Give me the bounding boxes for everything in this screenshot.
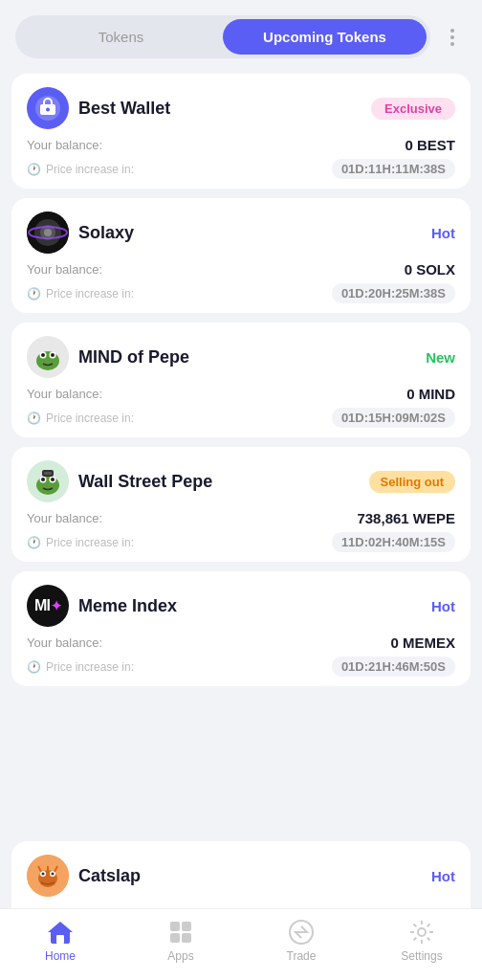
- balance-value: 0 MIND: [406, 386, 455, 402]
- token-badge-best-wallet: Exclusive: [371, 98, 455, 120]
- token-name-meme-index: Meme Index: [78, 596, 177, 616]
- bottom-nav: Home Apps Trade Settings: [0, 908, 482, 980]
- svg-rect-31: [182, 922, 191, 931]
- nav-item-home[interactable]: Home: [32, 919, 89, 963]
- tab-upcoming-tokens[interactable]: Upcoming Tokens: [223, 19, 427, 55]
- token-balance-row: Your balance: 0 MEMEX: [27, 633, 455, 653]
- dot-3: [450, 42, 454, 46]
- nav-item-apps[interactable]: Apps: [152, 919, 209, 963]
- clock-icon: 🕐: [27, 287, 41, 301]
- balance-value: 0 SOLX: [405, 261, 455, 278]
- dot-2: [450, 35, 454, 39]
- token-left: Catslap: [27, 855, 141, 897]
- token-price-row: 🕐 Price increase in: 01D:20H:25M:38S: [27, 283, 455, 303]
- nav-label-apps: Apps: [167, 949, 193, 963]
- token-icon-meme-index: MI ✦: [27, 585, 69, 627]
- token-left: MI ✦ Meme Index: [27, 585, 177, 627]
- token-card-wall-street-pepe[interactable]: Wall Street Pepe Selling out Your balanc…: [11, 447, 471, 562]
- token-icon-catslap: [27, 855, 69, 897]
- svg-point-19: [51, 478, 55, 481]
- svg-rect-21: [44, 472, 52, 475]
- svg-rect-30: [170, 922, 180, 931]
- countdown-value: 01D:21H:46M:50S: [332, 657, 455, 677]
- clock-icon: 🕐: [27, 163, 41, 176]
- svg-point-18: [41, 478, 45, 481]
- more-options-button[interactable]: [438, 23, 467, 52]
- apps-icon: [167, 919, 194, 946]
- balance-label: Your balance:: [27, 138, 102, 152]
- svg-rect-29: [56, 935, 64, 944]
- countdown-value: 01D:11H:11M:38S: [332, 159, 455, 179]
- price-label: 🕐 Price increase in:: [27, 660, 134, 674]
- token-header: Catslap Hot: [27, 855, 455, 897]
- clock-icon: 🕐: [27, 412, 41, 425]
- countdown-value: 11D:02H:40M:15S: [332, 532, 455, 552]
- token-price-row: 🕐 Price increase in: 01D:11H:11M:38S: [27, 159, 455, 179]
- trade-icon: [288, 919, 315, 946]
- svg-point-13: [51, 353, 55, 357]
- svg-point-35: [418, 928, 426, 936]
- tab-bar: Tokens Upcoming Tokens: [0, 0, 482, 66]
- token-badge-solaxy: Hot: [431, 225, 455, 241]
- svg-point-12: [41, 353, 45, 357]
- token-price-row: 🕐 Price increase in: 11D:02H:40M:15S: [27, 532, 455, 552]
- token-name-catslap: Catslap: [78, 866, 141, 886]
- nav-label-trade: Trade: [287, 949, 317, 963]
- svg-rect-32: [170, 933, 180, 943]
- token-card-catslap-partial[interactable]: Catslap Hot: [11, 841, 471, 908]
- price-label: 🕐 Price increase in:: [27, 163, 134, 176]
- countdown-value: 01D:15H:09M:02S: [332, 408, 455, 428]
- token-left: Solaxy: [27, 212, 134, 254]
- balance-value: 738,861 WEPE: [357, 510, 455, 526]
- token-balance-row: Your balance: 0 BEST: [27, 135, 455, 155]
- token-header: Wall Street Pepe Selling out: [27, 460, 455, 502]
- svg-point-26: [42, 873, 45, 876]
- clock-icon: 🕐: [27, 660, 41, 674]
- svg-point-15: [36, 476, 59, 495]
- token-header: Solaxy Hot: [27, 212, 455, 254]
- token-badge-wall-street-pepe: Selling out: [369, 471, 455, 493]
- balance-value: 0 MEMEX: [390, 635, 455, 651]
- balance-label: Your balance:: [27, 511, 102, 525]
- token-card-best-wallet[interactable]: Best Wallet Exclusive Your balance: 0 BE…: [11, 74, 471, 189]
- svg-rect-33: [182, 933, 191, 943]
- token-list: Best Wallet Exclusive Your balance: 0 BE…: [0, 66, 482, 841]
- token-icon-solaxy: [27, 212, 69, 254]
- token-card-mind-of-pepe[interactable]: MIND of Pepe New Your balance: 0 MIND 🕐 …: [11, 323, 471, 437]
- price-label: 🕐 Price increase in:: [27, 536, 134, 549]
- balance-label: Your balance:: [27, 262, 102, 277]
- countdown-value: 01D:20H:25M:38S: [332, 283, 455, 303]
- token-icon-wall-street-pepe: [27, 460, 69, 502]
- balance-label: Your balance:: [27, 635, 102, 650]
- token-balance-row: Your balance: 0 MIND: [27, 384, 455, 404]
- token-name-solaxy: Solaxy: [78, 223, 134, 243]
- nav-item-trade[interactable]: Trade: [273, 919, 330, 963]
- token-header: Best Wallet Exclusive: [27, 87, 455, 129]
- price-label: 🕐 Price increase in:: [27, 287, 134, 301]
- svg-point-2: [46, 108, 50, 112]
- token-price-row: 🕐 Price increase in: 01D:15H:09M:02S: [27, 408, 455, 428]
- token-balance-row: Your balance: 738,861 WEPE: [27, 508, 455, 528]
- settings-icon: [408, 919, 435, 946]
- token-name-best-wallet: Best Wallet: [78, 99, 170, 119]
- token-badge-catslap: Hot: [431, 868, 455, 884]
- svg-point-27: [52, 873, 55, 876]
- token-card-meme-index[interactable]: MI ✦ Meme Index Hot Your balance: 0 MEME…: [11, 571, 471, 686]
- balance-label: Your balance:: [27, 387, 102, 401]
- home-icon: [47, 919, 74, 946]
- clock-icon: 🕐: [27, 536, 41, 549]
- tab-tokens[interactable]: Tokens: [19, 19, 223, 55]
- price-label: 🕐 Price increase in:: [27, 412, 134, 425]
- token-header: MI ✦ Meme Index Hot: [27, 585, 455, 627]
- token-balance-row: Your balance: 0 SOLX: [27, 259, 455, 279]
- nav-item-settings[interactable]: Settings: [393, 919, 450, 963]
- token-icon-best-wallet: [27, 87, 69, 129]
- token-badge-meme-index: Hot: [431, 598, 455, 614]
- tab-segment: Tokens Upcoming Tokens: [15, 15, 430, 58]
- token-card-solaxy[interactable]: Solaxy Hot Your balance: 0 SOLX 🕐 Price …: [11, 198, 471, 313]
- svg-point-9: [36, 351, 59, 370]
- svg-point-6: [44, 229, 52, 236]
- token-left: Best Wallet: [27, 87, 170, 129]
- token-left: MIND of Pepe: [27, 336, 189, 378]
- token-price-row: 🕐 Price increase in: 01D:21H:46M:50S: [27, 657, 455, 677]
